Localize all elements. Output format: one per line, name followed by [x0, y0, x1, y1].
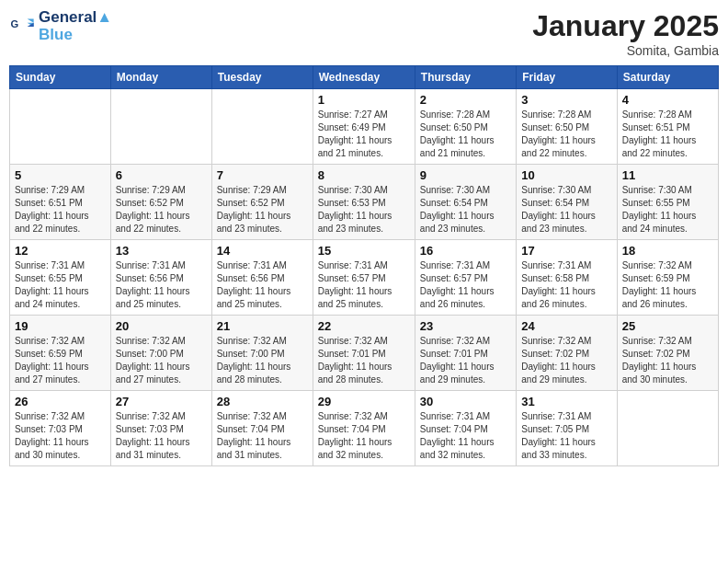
calendar-week-3: 12Sunrise: 7:31 AM Sunset: 6:55 PM Dayli…	[10, 240, 719, 316]
day-number: 4	[622, 93, 713, 107]
day-number: 1	[318, 93, 410, 107]
day-info: Sunrise: 7:31 AM Sunset: 6:57 PM Dayligh…	[318, 259, 410, 311]
day-info: Sunrise: 7:31 AM Sunset: 6:55 PM Dayligh…	[15, 259, 106, 311]
day-info: Sunrise: 7:31 AM Sunset: 6:56 PM Dayligh…	[217, 259, 308, 311]
calendar-cell: 8Sunrise: 7:30 AM Sunset: 6:53 PM Daylig…	[313, 165, 415, 240]
day-number: 16	[420, 244, 511, 258]
day-info: Sunrise: 7:31 AM Sunset: 6:56 PM Dayligh…	[116, 259, 207, 311]
day-number: 13	[116, 244, 207, 258]
day-info: Sunrise: 7:32 AM Sunset: 7:04 PM Dayligh…	[318, 410, 410, 462]
day-info: Sunrise: 7:32 AM Sunset: 7:02 PM Dayligh…	[622, 335, 713, 386]
day-info: Sunrise: 7:29 AM Sunset: 6:51 PM Dayligh…	[15, 184, 106, 236]
day-number: 9	[420, 168, 511, 182]
calendar-header-wednesday: Wednesday	[313, 66, 415, 89]
day-number: 6	[116, 168, 207, 182]
day-info: Sunrise: 7:27 AM Sunset: 6:49 PM Dayligh…	[318, 109, 410, 160]
day-info: Sunrise: 7:32 AM Sunset: 6:59 PM Dayligh…	[622, 259, 713, 311]
calendar-cell: 14Sunrise: 7:31 AM Sunset: 6:56 PM Dayli…	[211, 240, 313, 316]
logo-blue: Blue	[39, 26, 73, 43]
calendar-cell	[211, 89, 313, 165]
day-number: 26	[15, 395, 106, 408]
calendar-week-4: 19Sunrise: 7:32 AM Sunset: 6:59 PM Dayli…	[10, 316, 719, 391]
day-number: 22	[318, 319, 410, 333]
calendar-cell: 24Sunrise: 7:32 AM Sunset: 7:02 PM Dayli…	[517, 316, 617, 391]
logo-icon: G	[9, 14, 35, 40]
location: Somita, Gambia	[532, 43, 719, 58]
calendar-week-5: 26Sunrise: 7:32 AM Sunset: 7:03 PM Dayli…	[10, 391, 719, 466]
day-info: Sunrise: 7:31 AM Sunset: 6:57 PM Dayligh…	[420, 259, 511, 311]
day-number: 2	[420, 93, 511, 107]
day-info: Sunrise: 7:30 AM Sunset: 6:54 PM Dayligh…	[521, 184, 611, 236]
day-info: Sunrise: 7:32 AM Sunset: 7:01 PM Dayligh…	[318, 335, 410, 386]
day-info: Sunrise: 7:28 AM Sunset: 6:51 PM Dayligh…	[622, 109, 713, 160]
header: G General▲ Blue January 2025 Somita, Gam…	[9, 9, 719, 58]
day-info: Sunrise: 7:28 AM Sunset: 6:50 PM Dayligh…	[521, 109, 611, 160]
calendar-table: SundayMondayTuesdayWednesdayThursdayFrid…	[9, 65, 719, 466]
calendar-cell: 20Sunrise: 7:32 AM Sunset: 7:00 PM Dayli…	[110, 316, 211, 391]
day-info: Sunrise: 7:30 AM Sunset: 6:55 PM Dayligh…	[622, 184, 713, 236]
logo-flag-icon: ▲	[97, 8, 112, 26]
day-info: Sunrise: 7:28 AM Sunset: 6:50 PM Dayligh…	[420, 109, 511, 160]
calendar-cell	[617, 391, 718, 466]
day-number: 11	[622, 168, 713, 182]
calendar-cell: 16Sunrise: 7:31 AM Sunset: 6:57 PM Dayli…	[415, 240, 516, 316]
day-number: 3	[521, 93, 611, 107]
svg-text:G: G	[10, 18, 18, 29]
day-number: 17	[521, 244, 611, 258]
calendar-cell: 5Sunrise: 7:29 AM Sunset: 6:51 PM Daylig…	[10, 165, 111, 240]
day-info: Sunrise: 7:32 AM Sunset: 7:00 PM Dayligh…	[217, 335, 308, 386]
day-number: 31	[521, 395, 611, 408]
calendar-week-2: 5Sunrise: 7:29 AM Sunset: 6:51 PM Daylig…	[10, 165, 719, 240]
calendar-cell: 30Sunrise: 7:31 AM Sunset: 7:04 PM Dayli…	[415, 391, 516, 466]
calendar-cell: 18Sunrise: 7:32 AM Sunset: 6:59 PM Dayli…	[617, 240, 718, 316]
calendar-cell: 22Sunrise: 7:32 AM Sunset: 7:01 PM Dayli…	[313, 316, 415, 391]
day-info: Sunrise: 7:32 AM Sunset: 7:03 PM Dayligh…	[15, 410, 106, 462]
calendar-header-saturday: Saturday	[617, 66, 718, 89]
page: G General▲ Blue January 2025 Somita, Gam…	[0, 0, 728, 563]
calendar-cell: 2Sunrise: 7:28 AM Sunset: 6:50 PM Daylig…	[415, 89, 516, 165]
logo-text: General▲ Blue	[39, 9, 112, 43]
calendar-cell: 26Sunrise: 7:32 AM Sunset: 7:03 PM Dayli…	[10, 391, 111, 466]
title-block: January 2025 Somita, Gambia	[532, 9, 719, 58]
calendar-cell: 11Sunrise: 7:30 AM Sunset: 6:55 PM Dayli…	[617, 165, 718, 240]
day-number: 24	[521, 319, 611, 333]
day-number: 28	[217, 395, 308, 408]
calendar-cell: 17Sunrise: 7:31 AM Sunset: 6:58 PM Dayli…	[517, 240, 617, 316]
day-number: 30	[420, 395, 511, 408]
day-info: Sunrise: 7:30 AM Sunset: 6:54 PM Dayligh…	[420, 184, 511, 236]
day-info: Sunrise: 7:31 AM Sunset: 7:05 PM Dayligh…	[521, 410, 611, 462]
day-number: 18	[622, 244, 713, 258]
month-title: January 2025	[532, 9, 719, 43]
day-info: Sunrise: 7:32 AM Sunset: 7:03 PM Dayligh…	[116, 410, 207, 462]
day-number: 8	[318, 168, 410, 182]
calendar-cell	[10, 89, 111, 165]
day-info: Sunrise: 7:29 AM Sunset: 6:52 PM Dayligh…	[217, 184, 308, 236]
calendar-header-friday: Friday	[517, 66, 617, 89]
calendar-cell: 19Sunrise: 7:32 AM Sunset: 6:59 PM Dayli…	[10, 316, 111, 391]
calendar-cell: 9Sunrise: 7:30 AM Sunset: 6:54 PM Daylig…	[415, 165, 516, 240]
calendar-cell: 28Sunrise: 7:32 AM Sunset: 7:04 PM Dayli…	[211, 391, 313, 466]
logo: G General▲ Blue	[9, 9, 112, 43]
calendar-cell: 7Sunrise: 7:29 AM Sunset: 6:52 PM Daylig…	[211, 165, 313, 240]
svg-marker-2	[28, 18, 34, 22]
day-number: 15	[318, 244, 410, 258]
day-info: Sunrise: 7:32 AM Sunset: 6:59 PM Dayligh…	[15, 335, 106, 386]
day-info: Sunrise: 7:32 AM Sunset: 7:00 PM Dayligh…	[116, 335, 207, 386]
day-number: 21	[217, 319, 308, 333]
calendar-cell	[110, 89, 211, 165]
calendar-cell: 15Sunrise: 7:31 AM Sunset: 6:57 PM Dayli…	[313, 240, 415, 316]
day-number: 14	[217, 244, 308, 258]
day-number: 29	[318, 395, 410, 408]
calendar-header-thursday: Thursday	[415, 66, 516, 89]
calendar-cell: 6Sunrise: 7:29 AM Sunset: 6:52 PM Daylig…	[110, 165, 211, 240]
day-info: Sunrise: 7:30 AM Sunset: 6:53 PM Dayligh…	[318, 184, 410, 236]
day-info: Sunrise: 7:32 AM Sunset: 7:04 PM Dayligh…	[217, 410, 308, 462]
calendar-cell: 29Sunrise: 7:32 AM Sunset: 7:04 PM Dayli…	[313, 391, 415, 466]
day-number: 19	[15, 319, 106, 333]
calendar-cell: 21Sunrise: 7:32 AM Sunset: 7:00 PM Dayli…	[211, 316, 313, 391]
calendar-week-1: 1Sunrise: 7:27 AM Sunset: 6:49 PM Daylig…	[10, 89, 719, 165]
day-number: 20	[116, 319, 207, 333]
day-info: Sunrise: 7:32 AM Sunset: 7:02 PM Dayligh…	[521, 335, 611, 386]
calendar-cell: 13Sunrise: 7:31 AM Sunset: 6:56 PM Dayli…	[110, 240, 211, 316]
calendar-header-row: SundayMondayTuesdayWednesdayThursdayFrid…	[10, 66, 719, 89]
